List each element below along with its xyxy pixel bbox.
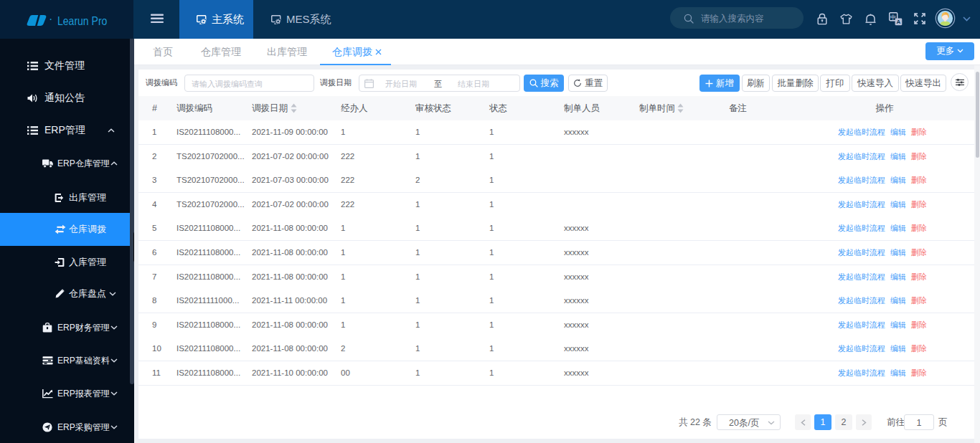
svg-text:A: A: [897, 19, 901, 25]
